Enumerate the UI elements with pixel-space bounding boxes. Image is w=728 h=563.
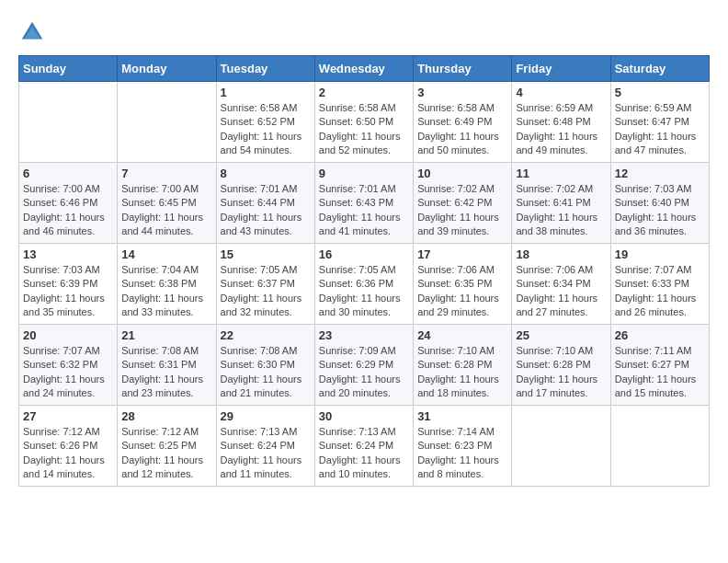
sunset-text: Sunset: 6:48 PM	[516, 116, 590, 127]
day-number: 4	[516, 86, 606, 99]
calendar-cell: 17 Sunrise: 7:06 AM Sunset: 6:35 PM Dayl…	[414, 244, 512, 325]
sunrise-text: Sunrise: 7:08 AM	[121, 345, 199, 356]
daylight-text: Daylight: 11 hours and 39 minutes.	[417, 212, 499, 236]
sunset-text: Sunset: 6:40 PM	[615, 197, 689, 208]
daylight-text: Daylight: 11 hours and 11 minutes.	[221, 454, 302, 479]
daylight-text: Daylight: 11 hours and 21 minutes.	[221, 373, 302, 398]
sunrise-text: Sunrise: 7:09 AM	[319, 345, 396, 356]
sunrise-text: Sunrise: 7:02 AM	[417, 183, 495, 194]
sunset-text: Sunset: 6:32 PM	[23, 359, 97, 370]
day-number: 10	[417, 167, 507, 180]
day-number: 27	[23, 409, 113, 423]
day-info: Sunrise: 7:11 AM Sunset: 6:27 PM Dayligh…	[615, 344, 705, 401]
daylight-text: Daylight: 11 hours and 49 minutes.	[516, 131, 597, 155]
sunrise-text: Sunrise: 7:00 AM	[121, 183, 199, 194]
sunset-text: Sunset: 6:24 PM	[319, 440, 393, 451]
day-number: 2	[319, 86, 409, 99]
day-info: Sunrise: 7:03 AM Sunset: 6:39 PM Dayligh…	[23, 263, 113, 320]
calendar-cell: 21 Sunrise: 7:08 AM Sunset: 6:31 PM Dayl…	[118, 325, 216, 406]
calendar-cell: 30 Sunrise: 7:13 AM Sunset: 6:24 PM Dayl…	[314, 406, 413, 487]
sunset-text: Sunset: 6:27 PM	[615, 359, 689, 370]
day-info: Sunrise: 7:02 AM Sunset: 6:42 PM Dayligh…	[417, 182, 507, 239]
day-info: Sunrise: 6:58 AM Sunset: 6:50 PM Dayligh…	[319, 101, 409, 158]
calendar-cell: 13 Sunrise: 7:03 AM Sunset: 6:39 PM Dayl…	[19, 244, 118, 325]
day-info: Sunrise: 7:13 AM Sunset: 6:24 PM Dayligh…	[319, 425, 409, 482]
daylight-text: Daylight: 11 hours and 52 minutes.	[319, 131, 401, 155]
daylight-text: Daylight: 11 hours and 18 minutes.	[417, 373, 499, 398]
calendar-cell	[19, 82, 118, 163]
calendar-cell: 10 Sunrise: 7:02 AM Sunset: 6:42 PM Dayl…	[414, 163, 512, 244]
day-info: Sunrise: 7:13 AM Sunset: 6:24 PM Dayligh…	[221, 425, 311, 482]
sunset-text: Sunset: 6:50 PM	[319, 116, 393, 127]
calendar-cell: 11 Sunrise: 7:02 AM Sunset: 6:41 PM Dayl…	[512, 163, 610, 244]
day-number: 19	[615, 247, 705, 261]
day-info: Sunrise: 7:06 AM Sunset: 6:34 PM Dayligh…	[516, 263, 606, 320]
calendar-cell	[118, 82, 216, 163]
sunset-text: Sunset: 6:23 PM	[417, 440, 492, 451]
calendar-week-row: 1 Sunrise: 6:58 AM Sunset: 6:52 PM Dayli…	[19, 82, 710, 163]
sunset-text: Sunset: 6:24 PM	[221, 440, 295, 451]
daylight-text: Daylight: 11 hours and 30 minutes.	[319, 293, 401, 317]
sunrise-text: Sunrise: 7:11 AM	[615, 345, 692, 356]
sunrise-text: Sunrise: 7:03 AM	[23, 264, 100, 275]
day-number: 7	[121, 167, 211, 180]
sunset-text: Sunset: 6:42 PM	[417, 197, 492, 208]
sunrise-text: Sunrise: 7:12 AM	[121, 426, 199, 437]
calendar-week-row: 27 Sunrise: 7:12 AM Sunset: 6:26 PM Dayl…	[19, 406, 710, 487]
sunrise-text: Sunrise: 7:01 AM	[221, 183, 298, 194]
day-info: Sunrise: 7:14 AM Sunset: 6:23 PM Dayligh…	[417, 425, 507, 482]
day-info: Sunrise: 7:02 AM Sunset: 6:41 PM Dayligh…	[516, 182, 606, 239]
day-info: Sunrise: 7:12 AM Sunset: 6:25 PM Dayligh…	[121, 425, 211, 482]
calendar-cell: 16 Sunrise: 7:05 AM Sunset: 6:36 PM Dayl…	[314, 244, 413, 325]
calendar-cell: 20 Sunrise: 7:07 AM Sunset: 6:32 PM Dayl…	[19, 325, 118, 406]
sunset-text: Sunset: 6:43 PM	[319, 197, 393, 208]
daylight-text: Daylight: 11 hours and 15 minutes.	[615, 373, 697, 398]
daylight-text: Daylight: 11 hours and 43 minutes.	[221, 212, 302, 236]
daylight-text: Daylight: 11 hours and 14 minutes.	[23, 454, 105, 479]
day-number: 16	[319, 247, 409, 261]
day-info: Sunrise: 7:07 AM Sunset: 6:33 PM Dayligh…	[615, 263, 705, 320]
day-info: Sunrise: 7:10 AM Sunset: 6:28 PM Dayligh…	[516, 344, 606, 401]
sunset-text: Sunset: 6:35 PM	[417, 278, 492, 289]
sunrise-text: Sunrise: 7:03 AM	[615, 183, 692, 194]
day-info: Sunrise: 7:12 AM Sunset: 6:26 PM Dayligh…	[23, 425, 113, 482]
calendar-cell	[610, 406, 709, 487]
calendar-cell: 18 Sunrise: 7:06 AM Sunset: 6:34 PM Dayl…	[512, 244, 610, 325]
daylight-text: Daylight: 11 hours and 50 minutes.	[417, 131, 499, 155]
day-info: Sunrise: 6:59 AM Sunset: 6:48 PM Dayligh…	[516, 101, 606, 158]
sunset-text: Sunset: 6:49 PM	[417, 116, 492, 127]
day-number: 9	[319, 167, 409, 180]
weekday-header-row: SundayMondayTuesdayWednesdayThursdayFrid…	[19, 56, 710, 82]
day-number: 14	[121, 247, 211, 261]
sunrise-text: Sunrise: 7:02 AM	[516, 183, 593, 194]
daylight-text: Daylight: 11 hours and 38 minutes.	[516, 212, 597, 236]
sunset-text: Sunset: 6:34 PM	[516, 278, 590, 289]
calendar-cell: 8 Sunrise: 7:01 AM Sunset: 6:44 PM Dayli…	[216, 163, 314, 244]
day-info: Sunrise: 6:59 AM Sunset: 6:47 PM Dayligh…	[615, 101, 705, 158]
sunrise-text: Sunrise: 7:00 AM	[23, 183, 100, 194]
sunset-text: Sunset: 6:52 PM	[221, 116, 295, 127]
weekday-header-saturday: Saturday	[610, 56, 709, 82]
sunset-text: Sunset: 6:28 PM	[516, 359, 590, 370]
calendar-cell: 5 Sunrise: 6:59 AM Sunset: 6:47 PM Dayli…	[610, 82, 709, 163]
sunrise-text: Sunrise: 7:05 AM	[319, 264, 396, 275]
sunrise-text: Sunrise: 7:13 AM	[319, 426, 396, 437]
calendar-week-row: 20 Sunrise: 7:07 AM Sunset: 6:32 PM Dayl…	[19, 325, 710, 406]
sunset-text: Sunset: 6:30 PM	[221, 359, 295, 370]
sunset-text: Sunset: 6:37 PM	[221, 278, 295, 289]
day-info: Sunrise: 7:06 AM Sunset: 6:35 PM Dayligh…	[417, 263, 507, 320]
daylight-text: Daylight: 11 hours and 54 minutes.	[221, 131, 302, 155]
calendar-week-row: 13 Sunrise: 7:03 AM Sunset: 6:39 PM Dayl…	[19, 244, 710, 325]
calendar-cell: 26 Sunrise: 7:11 AM Sunset: 6:27 PM Dayl…	[610, 325, 709, 406]
sunset-text: Sunset: 6:46 PM	[23, 197, 97, 208]
day-number: 28	[121, 409, 211, 423]
daylight-text: Daylight: 11 hours and 10 minutes.	[319, 454, 401, 479]
calendar-cell: 9 Sunrise: 7:01 AM Sunset: 6:43 PM Dayli…	[314, 163, 413, 244]
day-number: 23	[319, 328, 409, 342]
weekday-header-thursday: Thursday	[414, 56, 512, 82]
weekday-header-friday: Friday	[512, 56, 610, 82]
day-number: 6	[23, 167, 113, 180]
calendar-cell: 15 Sunrise: 7:05 AM Sunset: 6:37 PM Dayl…	[216, 244, 314, 325]
calendar-cell: 7 Sunrise: 7:00 AM Sunset: 6:45 PM Dayli…	[118, 163, 216, 244]
daylight-text: Daylight: 11 hours and 36 minutes.	[615, 212, 697, 236]
